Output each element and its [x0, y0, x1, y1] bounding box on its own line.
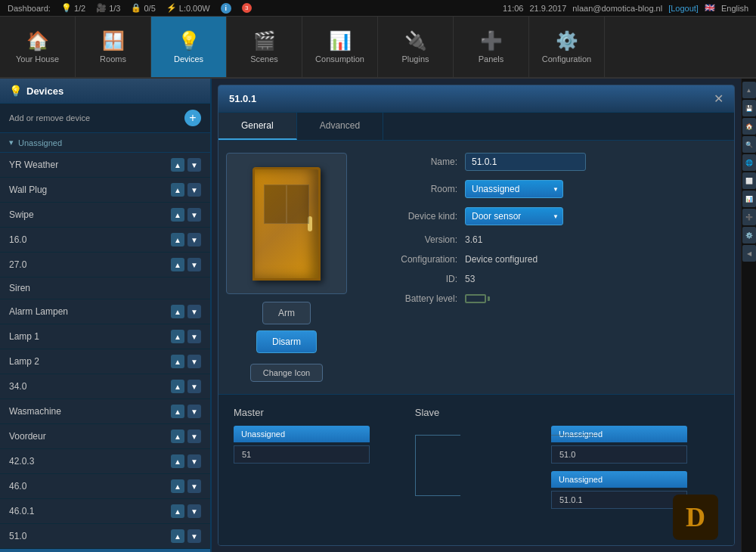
nav-panels[interactable]: ➕ Panels: [454, 17, 529, 77]
collapse-button[interactable]: ▼: [187, 504, 201, 518]
prop-name: Name:: [367, 153, 722, 171]
collapse-button[interactable]: ▼: [187, 158, 201, 172]
slave-node-1-body[interactable]: 51.0: [551, 445, 687, 464]
collapse-button[interactable]: ▼: [187, 305, 201, 318]
master-node-body[interactable]: 51: [234, 445, 370, 464]
sidebar-item[interactable]: Wasmachine ▲ ▼: [0, 399, 210, 424]
expand-button[interactable]: ▲: [171, 305, 184, 318]
expand-button[interactable]: ▲: [171, 479, 184, 493]
sidebar-item-label: 42.0.3: [9, 456, 171, 467]
sidebar-item[interactable]: Alarm Lampen ▲ ▼: [0, 299, 210, 324]
info-icon[interactable]: i: [221, 3, 231, 14]
disarm-button[interactable]: Disarm: [256, 330, 317, 353]
expand-button[interactable]: ▲: [171, 208, 184, 222]
sidebar-item[interactable]: 46.0 ▲ ▼: [0, 474, 210, 499]
sidebar-item[interactable]: 16.0 ▲ ▼: [0, 228, 210, 253]
collapse-button[interactable]: ▼: [187, 183, 201, 197]
sidebar-item[interactable]: Lamp 2 ▲ ▼: [0, 349, 210, 374]
nav-rooms[interactable]: 🪟 Rooms: [76, 17, 151, 77]
right-btn-4[interactable]: 🔍: [742, 136, 756, 153]
collapse-button[interactable]: ▼: [187, 454, 201, 468]
right-btn-6[interactable]: ⬜: [742, 172, 756, 189]
nav-your-house[interactable]: 🏠 Your House: [0, 17, 76, 77]
notification-badge[interactable]: 3: [242, 3, 252, 13]
sidebar-item[interactable]: Voordeur ▲ ▼: [0, 424, 210, 449]
collapse-button[interactable]: ▼: [187, 405, 201, 418]
collapse-button[interactable]: ▼: [187, 529, 201, 543]
sidebar-item-label: 34.0: [9, 381, 171, 392]
slave-header: Slave: [415, 407, 440, 418]
sidebar-item[interactable]: 51.0 ▲ ▼: [0, 524, 210, 549]
tab-general[interactable]: General: [218, 113, 297, 140]
nav-consumption[interactable]: 📊 Consumption: [302, 17, 378, 77]
room-select[interactable]: Unassigned: [465, 180, 563, 198]
right-btn-1[interactable]: ▲: [742, 82, 756, 98]
content-area: 51.0.1 ✕ General Advanced: [212, 79, 741, 552]
name-input[interactable]: [465, 153, 586, 171]
logout-link[interactable]: [Logout]: [668, 4, 699, 13]
nav-panels-label: Panels: [479, 54, 504, 64]
master-node-header[interactable]: Unassigned: [234, 426, 370, 442]
close-button[interactable]: ✕: [714, 91, 723, 106]
collapse-button[interactable]: ▼: [187, 380, 201, 393]
change-icon-button[interactable]: Change Icon: [250, 364, 323, 382]
sidebar-item[interactable]: 46.0.1 ▲ ▼: [0, 499, 210, 524]
sidebar-item[interactable]: Siren: [0, 278, 210, 299]
expand-button[interactable]: ▲: [171, 355, 184, 368]
door-handle: [308, 216, 312, 231]
right-btn-2[interactable]: 💾: [742, 100, 756, 116]
sidebar-item-label: Siren: [9, 283, 201, 293]
sidebar-item-label: YR Weather: [9, 160, 171, 170]
expand-button[interactable]: ▲: [171, 330, 184, 343]
right-btn-8[interactable]: ➕: [742, 209, 756, 225]
arm-button[interactable]: Arm: [262, 302, 311, 324]
sidebar-item-label: 27.0: [9, 259, 171, 270]
expand-button[interactable]: ▲: [171, 529, 184, 543]
sidebar-item-controls: ▲ ▼: [171, 330, 201, 343]
expand-button[interactable]: ▲: [171, 158, 184, 172]
sidebar-item[interactable]: 42.0.3 ▲ ▼: [0, 449, 210, 474]
collapse-button[interactable]: ▼: [187, 355, 201, 368]
expand-button[interactable]: ▲: [171, 183, 184, 197]
expand-button[interactable]: ▲: [171, 454, 184, 468]
collapse-button[interactable]: ▼: [187, 208, 201, 222]
expand-button[interactable]: ▲: [171, 430, 184, 443]
expand-button[interactable]: ▲: [171, 258, 184, 271]
nav-plugins[interactable]: 🔌 Plugins: [378, 17, 454, 77]
slave-node-1-header[interactable]: Unassigned: [551, 426, 687, 442]
collapse-button[interactable]: ▼: [187, 233, 201, 247]
sidebar-item[interactable]: Swipe ▲ ▼: [0, 203, 210, 228]
sidebar-item[interactable]: 34.0 ▲ ▼: [0, 374, 210, 399]
nav-your-house-label: Your House: [16, 54, 59, 64]
expand-button[interactable]: ▲: [171, 233, 184, 247]
right-btn-10[interactable]: ◀: [742, 245, 756, 262]
right-btn-3[interactable]: 🏠: [742, 118, 756, 135]
battery-tip: [488, 296, 490, 301]
action-buttons: Arm Disarm: [231, 302, 342, 353]
slave-node-2-header[interactable]: Unassigned: [551, 471, 687, 488]
device-kind-select[interactable]: Door sensor: [465, 207, 563, 225]
collapse-button[interactable]: ▼: [187, 330, 201, 343]
sidebar-item[interactable]: Lamp 1 ▲ ▼: [0, 324, 210, 349]
nav-configuration[interactable]: ⚙️ Configuration: [529, 17, 605, 77]
nav-scenes[interactable]: 🎬 Scenes: [227, 17, 302, 77]
sidebar-item[interactable]: 51.0.1 ▲ ▼: [0, 549, 210, 552]
add-device-button[interactable]: +: [184, 110, 201, 126]
collapse-button[interactable]: ▼: [187, 258, 201, 271]
devices-icon: 💡: [178, 30, 200, 51]
nav-devices[interactable]: 💡 Devices: [151, 17, 227, 77]
right-btn-5[interactable]: 🌐: [742, 154, 756, 171]
collapse-button[interactable]: ▼: [187, 430, 201, 443]
right-btn-9[interactable]: ⚙️: [742, 227, 756, 243]
sidebar-item[interactable]: 27.0 ▲ ▼: [0, 253, 210, 278]
right-btn-7[interactable]: 📊: [742, 191, 756, 207]
collapse-button[interactable]: ▼: [187, 479, 201, 493]
sidebar-item-label: Alarm Lampen: [9, 306, 171, 317]
sidebar-item[interactable]: Wall Plug ▲ ▼: [0, 178, 210, 203]
expand-button[interactable]: ▲: [171, 405, 184, 418]
tab-advanced[interactable]: Advanced: [297, 113, 383, 140]
expand-button[interactable]: ▲: [171, 380, 184, 393]
slave-node-2-body[interactable]: 51.0.1: [551, 491, 687, 509]
expand-button[interactable]: ▲: [171, 504, 184, 518]
sidebar-item[interactable]: YR Weather ▲ ▼: [0, 153, 210, 178]
